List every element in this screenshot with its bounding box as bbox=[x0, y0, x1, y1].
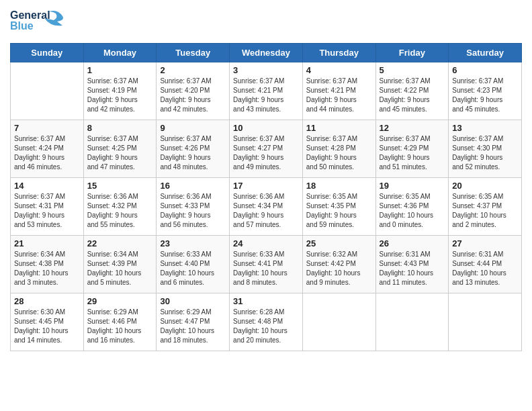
day-number: 30 bbox=[160, 296, 226, 306]
calendar-header-thursday: Thursday bbox=[302, 44, 375, 62]
header: General Blue bbox=[10, 7, 522, 38]
day-number: 26 bbox=[380, 238, 445, 248]
logo-text: General Blue bbox=[10, 7, 71, 38]
calendar-header-wednesday: Wednesday bbox=[230, 44, 303, 62]
day-info: Sunrise: 6:30 AMSunset: 4:45 PMDaylight:… bbox=[14, 308, 80, 345]
calendar-header-friday: Friday bbox=[375, 44, 449, 62]
calendar-cell: 12Sunrise: 6:37 AMSunset: 4:29 PMDayligh… bbox=[375, 120, 449, 178]
calendar-cell: 31Sunrise: 6:28 AMSunset: 4:48 PMDayligh… bbox=[230, 293, 303, 351]
day-number: 20 bbox=[452, 181, 518, 191]
day-number: 24 bbox=[233, 238, 299, 248]
day-info: Sunrise: 6:36 AMSunset: 4:34 PMDaylight:… bbox=[233, 192, 299, 230]
calendar-header-tuesday: Tuesday bbox=[157, 44, 230, 62]
day-info: Sunrise: 6:33 AMSunset: 4:41 PMDaylight:… bbox=[233, 250, 299, 287]
calendar-header-monday: Monday bbox=[83, 44, 157, 62]
calendar-header-row: SundayMondayTuesdayWednesdayThursdayFrid… bbox=[11, 44, 522, 62]
calendar-week-2: 14Sunrise: 6:37 AMSunset: 4:31 PMDayligh… bbox=[11, 178, 522, 236]
calendar-cell: 3Sunrise: 6:37 AMSunset: 4:21 PMDaylight… bbox=[230, 62, 303, 120]
calendar-cell: 8Sunrise: 6:37 AMSunset: 4:25 PMDaylight… bbox=[83, 120, 157, 178]
day-info: Sunrise: 6:37 AMSunset: 4:19 PMDaylight:… bbox=[87, 77, 153, 114]
calendar-week-4: 28Sunrise: 6:30 AMSunset: 4:45 PMDayligh… bbox=[11, 293, 522, 351]
day-info: Sunrise: 6:28 AMSunset: 4:48 PMDaylight:… bbox=[233, 308, 299, 345]
day-info: Sunrise: 6:36 AMSunset: 4:33 PMDaylight:… bbox=[160, 192, 226, 230]
calendar-cell: 28Sunrise: 6:30 AMSunset: 4:45 PMDayligh… bbox=[11, 293, 84, 351]
calendar-cell: 18Sunrise: 6:35 AMSunset: 4:35 PMDayligh… bbox=[302, 178, 375, 236]
day-number: 5 bbox=[380, 65, 445, 75]
day-number: 2 bbox=[160, 65, 226, 75]
calendar-header-sunday: Sunday bbox=[11, 44, 84, 62]
day-info: Sunrise: 6:35 AMSunset: 4:37 PMDaylight:… bbox=[452, 192, 518, 230]
calendar-cell: 25Sunrise: 6:32 AMSunset: 4:42 PMDayligh… bbox=[302, 236, 375, 293]
day-number: 10 bbox=[233, 123, 299, 133]
calendar-cell: 6Sunrise: 6:37 AMSunset: 4:23 PMDaylight… bbox=[449, 62, 522, 120]
calendar-cell bbox=[375, 293, 449, 351]
day-info: Sunrise: 6:31 AMSunset: 4:43 PMDaylight:… bbox=[380, 250, 445, 287]
calendar-cell: 27Sunrise: 6:31 AMSunset: 4:44 PMDayligh… bbox=[449, 236, 522, 293]
svg-text:Blue: Blue bbox=[10, 20, 34, 32]
calendar-cell: 21Sunrise: 6:34 AMSunset: 4:38 PMDayligh… bbox=[11, 236, 84, 293]
day-number: 21 bbox=[14, 238, 80, 248]
day-info: Sunrise: 6:37 AMSunset: 4:25 PMDaylight:… bbox=[87, 134, 153, 172]
calendar-cell: 2Sunrise: 6:37 AMSunset: 4:20 PMDaylight… bbox=[157, 62, 230, 120]
calendar-cell: 22Sunrise: 6:34 AMSunset: 4:39 PMDayligh… bbox=[83, 236, 157, 293]
calendar-header-saturday: Saturday bbox=[449, 44, 522, 62]
calendar-week-0: 1Sunrise: 6:37 AMSunset: 4:19 PMDaylight… bbox=[11, 62, 522, 120]
day-info: Sunrise: 6:37 AMSunset: 4:29 PMDaylight:… bbox=[380, 134, 445, 172]
day-info: Sunrise: 6:37 AMSunset: 4:31 PMDaylight:… bbox=[14, 192, 80, 230]
day-info: Sunrise: 6:34 AMSunset: 4:39 PMDaylight:… bbox=[87, 250, 153, 287]
calendar-cell: 19Sunrise: 6:35 AMSunset: 4:36 PMDayligh… bbox=[375, 178, 449, 236]
day-number: 4 bbox=[306, 65, 372, 75]
day-number: 15 bbox=[87, 181, 153, 191]
calendar-cell: 14Sunrise: 6:37 AMSunset: 4:31 PMDayligh… bbox=[11, 178, 84, 236]
calendar-week-1: 7Sunrise: 6:37 AMSunset: 4:24 PMDaylight… bbox=[11, 120, 522, 178]
day-info: Sunrise: 6:37 AMSunset: 4:22 PMDaylight:… bbox=[380, 77, 445, 114]
day-info: Sunrise: 6:37 AMSunset: 4:27 PMDaylight:… bbox=[233, 134, 299, 172]
day-number: 14 bbox=[14, 181, 80, 191]
calendar-cell: 7Sunrise: 6:37 AMSunset: 4:24 PMDaylight… bbox=[11, 120, 84, 178]
calendar-cell: 4Sunrise: 6:37 AMSunset: 4:21 PMDaylight… bbox=[302, 62, 375, 120]
calendar-cell: 17Sunrise: 6:36 AMSunset: 4:34 PMDayligh… bbox=[230, 178, 303, 236]
day-number: 19 bbox=[380, 181, 445, 191]
day-info: Sunrise: 6:29 AMSunset: 4:46 PMDaylight:… bbox=[87, 308, 153, 345]
day-number: 29 bbox=[87, 296, 153, 306]
day-info: Sunrise: 6:37 AMSunset: 4:28 PMDaylight:… bbox=[306, 134, 372, 172]
day-number: 6 bbox=[452, 65, 518, 75]
day-info: Sunrise: 6:29 AMSunset: 4:47 PMDaylight:… bbox=[160, 308, 226, 345]
day-info: Sunrise: 6:31 AMSunset: 4:44 PMDaylight:… bbox=[452, 250, 518, 287]
day-number: 9 bbox=[160, 123, 226, 133]
day-info: Sunrise: 6:37 AMSunset: 4:26 PMDaylight:… bbox=[160, 134, 226, 172]
day-number: 18 bbox=[306, 181, 372, 191]
day-info: Sunrise: 6:35 AMSunset: 4:35 PMDaylight:… bbox=[306, 192, 372, 230]
day-number: 8 bbox=[87, 123, 153, 133]
day-info: Sunrise: 6:34 AMSunset: 4:38 PMDaylight:… bbox=[14, 250, 80, 287]
calendar-cell bbox=[11, 62, 84, 120]
day-number: 16 bbox=[160, 181, 226, 191]
day-number: 28 bbox=[14, 296, 80, 306]
logo-icon: General Blue bbox=[10, 7, 71, 35]
logo: General Blue bbox=[10, 7, 71, 38]
calendar-cell: 26Sunrise: 6:31 AMSunset: 4:43 PMDayligh… bbox=[375, 236, 449, 293]
day-number: 23 bbox=[160, 238, 226, 248]
day-info: Sunrise: 6:36 AMSunset: 4:32 PMDaylight:… bbox=[87, 192, 153, 230]
calendar-cell: 5Sunrise: 6:37 AMSunset: 4:22 PMDaylight… bbox=[375, 62, 449, 120]
day-number: 25 bbox=[306, 238, 372, 248]
day-info: Sunrise: 6:33 AMSunset: 4:40 PMDaylight:… bbox=[160, 250, 226, 287]
day-number: 3 bbox=[233, 65, 299, 75]
day-number: 13 bbox=[452, 123, 518, 133]
page: General Blue SundayMondayTuesdayWednesda… bbox=[0, 0, 532, 411]
day-info: Sunrise: 6:32 AMSunset: 4:42 PMDaylight:… bbox=[306, 250, 372, 287]
day-number: 31 bbox=[233, 296, 299, 306]
calendar-cell: 29Sunrise: 6:29 AMSunset: 4:46 PMDayligh… bbox=[83, 293, 157, 351]
calendar-cell: 23Sunrise: 6:33 AMSunset: 4:40 PMDayligh… bbox=[157, 236, 230, 293]
day-info: Sunrise: 6:37 AMSunset: 4:30 PMDaylight:… bbox=[452, 134, 518, 172]
day-number: 27 bbox=[452, 238, 518, 248]
svg-text:General: General bbox=[10, 9, 50, 21]
day-info: Sunrise: 6:37 AMSunset: 4:23 PMDaylight:… bbox=[452, 77, 518, 114]
calendar-cell: 30Sunrise: 6:29 AMSunset: 4:47 PMDayligh… bbox=[157, 293, 230, 351]
calendar-cell: 1Sunrise: 6:37 AMSunset: 4:19 PMDaylight… bbox=[83, 62, 157, 120]
calendar-cell: 15Sunrise: 6:36 AMSunset: 4:32 PMDayligh… bbox=[83, 178, 157, 236]
calendar-cell: 16Sunrise: 6:36 AMSunset: 4:33 PMDayligh… bbox=[157, 178, 230, 236]
calendar-cell: 9Sunrise: 6:37 AMSunset: 4:26 PMDaylight… bbox=[157, 120, 230, 178]
calendar-cell bbox=[449, 293, 522, 351]
day-number: 22 bbox=[87, 238, 153, 248]
